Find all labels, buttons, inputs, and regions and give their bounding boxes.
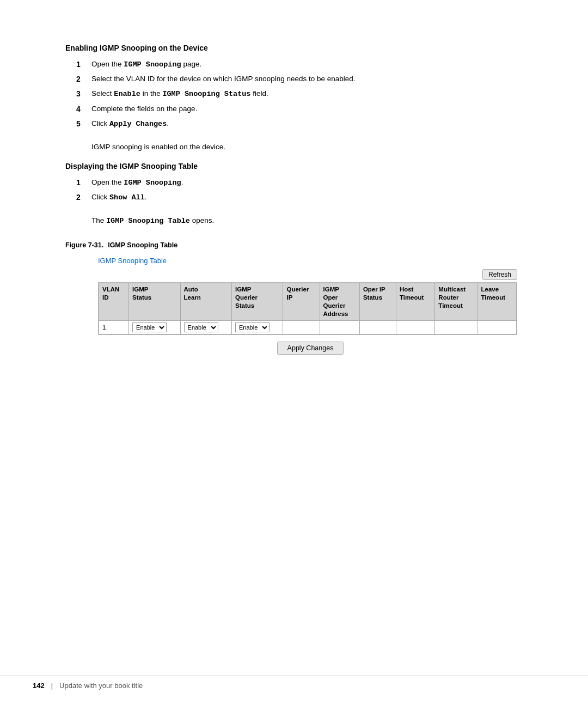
step-num: 2 [76, 192, 91, 203]
igmp-snooping-table-container: VLANID IGMPStatus AutoLearn IGMPQuerierS… [98, 282, 517, 335]
cell-igmp-status[interactable]: Enable Disable [129, 321, 180, 334]
list-item: 4 Complete the fields on the page. [76, 104, 523, 115]
col-header-auto-learn: AutoLearn [180, 283, 231, 321]
step-num: 4 [76, 104, 91, 115]
col-header-igmp-oper-querier-address: IGMPOperQuerierAddress [320, 283, 359, 321]
col-header-querier-ip: QuerierIP [283, 283, 320, 321]
col-header-oper-ip-status: Oper IPStatus [359, 283, 396, 321]
page-footer: 142 | Update with your book title [0, 675, 588, 690]
col-header-multicast-router-timeout: MulticastRouterTimeout [435, 283, 477, 321]
figure-label: Figure 7-31. [65, 241, 103, 249]
col-header-igmp-querier-status: IGMPQuerierStatus [232, 283, 283, 321]
list-item: 1 Open the IGMP Snooping page. [76, 59, 523, 70]
cell-leave-timeout [477, 321, 517, 334]
step-num: 3 [76, 88, 91, 100]
figure-title: IGMP Snooping Table [108, 241, 177, 249]
step-text: Select Enable in the IGMP Snooping Statu… [91, 88, 523, 100]
col-header-igmp-status: IGMPStatus [129, 283, 180, 321]
footer-title: Update with your book title [59, 681, 143, 690]
igmp-querier-status-select[interactable]: Enable Disable [235, 322, 270, 332]
step-num: 1 [76, 59, 91, 70]
list-item: 5 Click Apply Changes. [76, 118, 523, 130]
footer-separator: | [51, 681, 53, 690]
displaying-heading: Displaying the IGMP Snooping Table [65, 162, 523, 171]
step-text: Open the IGMP Snooping. [91, 177, 523, 188]
auto-learn-select[interactable]: Enable Disable [184, 322, 218, 332]
enabling-heading: Enabling IGMP Snooping on the Device [65, 44, 523, 52]
list-item: 3 Select Enable in the IGMP Snooping Sta… [76, 88, 523, 100]
displaying-note: The IGMP Snooping Table opens. [91, 216, 523, 225]
apply-changes-button[interactable]: Apply Changes [277, 342, 344, 355]
cell-auto-learn[interactable]: Enable Disable [180, 321, 231, 334]
igmp-status-select[interactable]: Enable Disable [132, 322, 167, 332]
cell-querier-ip [283, 321, 320, 334]
cell-multicast-router-timeout [435, 321, 477, 334]
cell-vlan-id: 1 [99, 321, 129, 334]
col-header-host-timeout: HostTimeout [396, 283, 434, 321]
step-num: 5 [76, 118, 91, 130]
step-num: 1 [76, 177, 91, 188]
step-num: 2 [76, 74, 91, 85]
refresh-button[interactable]: Refresh [482, 269, 517, 280]
page-number: 142 [33, 681, 45, 690]
cell-oper-ip-status [359, 321, 396, 334]
cell-igmp-oper-querier-address [320, 321, 359, 334]
igmp-snooping-table: VLANID IGMPStatus AutoLearn IGMPQuerierS… [99, 283, 517, 334]
step-text: Complete the fields on the page. [91, 104, 523, 115]
col-header-vlan-id: VLANID [99, 283, 129, 321]
cell-igmp-querier-status[interactable]: Enable Disable [232, 321, 283, 334]
list-item: 2 Click Show All. [76, 192, 523, 203]
list-item: 1 Open the IGMP Snooping. [76, 177, 523, 188]
step-text: Open the IGMP Snooping page. [91, 59, 523, 70]
col-header-leave-timeout: LeaveTimeout [477, 283, 517, 321]
step-text: Select the VLAN ID for the device on whi… [91, 74, 523, 85]
enabling-note: IGMP snooping is enabled on the device. [91, 143, 523, 151]
step-text: Click Apply Changes. [91, 118, 523, 130]
cell-host-timeout [396, 321, 434, 334]
igmp-table-link[interactable]: IGMP Snooping Table [98, 257, 523, 265]
step-text: Click Show All. [91, 192, 523, 203]
table-row: 1 Enable Disable Enable Disable [99, 321, 517, 334]
list-item: 2 Select the VLAN ID for the device on w… [76, 74, 523, 85]
